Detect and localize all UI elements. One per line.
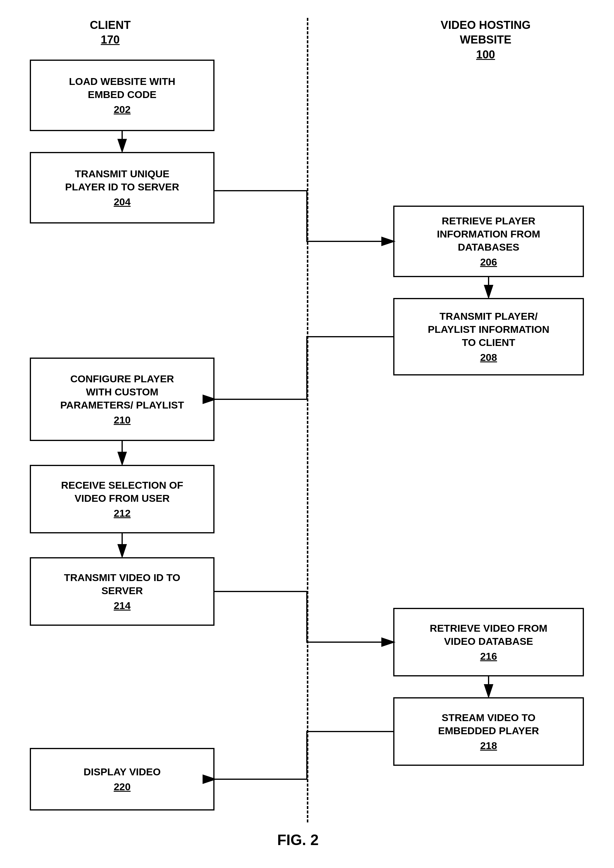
box-212: RECEIVE SELECTION OFVIDEO FROM USER 212 (30, 465, 214, 533)
box-216-ref: 216 (480, 649, 497, 663)
box-210-text: CONFIGURE PLAYERWITH CUSTOMPARAMETERS/ P… (60, 372, 184, 412)
box-212-text: RECEIVE SELECTION OFVIDEO FROM USER (61, 479, 183, 505)
box-214-ref: 214 (114, 599, 131, 612)
box-204-text: TRANSMIT UNIQUEPLAYER ID TO SERVER (65, 167, 179, 194)
box-216: RETRIEVE VIDEO FROMVIDEO DATABASE 216 (393, 608, 584, 676)
box-212-ref: 212 (114, 507, 131, 520)
box-220: DISPLAY VIDEO 220 (30, 748, 214, 811)
box-210: CONFIGURE PLAYERWITH CUSTOMPARAMETERS/ P… (30, 358, 214, 441)
box-208: TRANSMIT PLAYER/PLAYLIST INFORMATIONTO C… (393, 298, 584, 375)
server-ref: 100 (476, 48, 495, 61)
box-210-ref: 210 (114, 413, 131, 426)
box-208-ref: 208 (480, 351, 497, 364)
arrow-214-216 (214, 592, 393, 642)
server-header: VIDEO HOSTINGWEBSITE 100 (390, 18, 581, 62)
box-202: LOAD WEBSITE WITHEMBED CODE 202 (30, 60, 214, 131)
box-206-ref: 206 (480, 255, 497, 268)
arrow-218-220 (214, 732, 393, 779)
dashed-divider (307, 18, 309, 822)
arrow-204-206 (214, 191, 393, 241)
box-218-text: STREAM VIDEO TOEMBEDDED PLAYER (438, 711, 539, 737)
box-218-ref: 218 (480, 739, 497, 752)
box-220-ref: 220 (114, 780, 131, 793)
fig-caption: FIG. 2 (238, 831, 358, 849)
box-206: RETRIEVE PLAYERINFORMATION FROMDATABASES… (393, 206, 584, 277)
client-label: CLIENT (90, 19, 130, 31)
arrow-208-210 (214, 337, 393, 399)
box-202-ref: 202 (114, 103, 131, 116)
client-header: CLIENT 170 (18, 18, 203, 47)
box-206-text: RETRIEVE PLAYERINFORMATION FROMDATABASES (437, 214, 540, 254)
box-214: TRANSMIT VIDEO ID TOSERVER 214 (30, 557, 214, 626)
box-204: TRANSMIT UNIQUEPLAYER ID TO SERVER 204 (30, 152, 214, 223)
box-208-text: TRANSMIT PLAYER/PLAYLIST INFORMATIONTO C… (428, 310, 549, 349)
client-ref: 170 (101, 33, 119, 46)
box-214-text: TRANSMIT VIDEO ID TOSERVER (64, 571, 180, 597)
box-202-text: LOAD WEBSITE WITHEMBED CODE (69, 75, 175, 101)
box-220-text: DISPLAY VIDEO (84, 765, 161, 778)
box-216-text: RETRIEVE VIDEO FROMVIDEO DATABASE (430, 622, 547, 648)
server-label: VIDEO HOSTINGWEBSITE (440, 19, 530, 46)
box-218: STREAM VIDEO TOEMBEDDED PLAYER 218 (393, 697, 584, 766)
diagram-container: CLIENT 170 VIDEO HOSTINGWEBSITE 100 LOAD… (0, 0, 614, 868)
box-204-ref: 204 (114, 195, 131, 208)
fig-caption-text: FIG. 2 (278, 832, 319, 848)
